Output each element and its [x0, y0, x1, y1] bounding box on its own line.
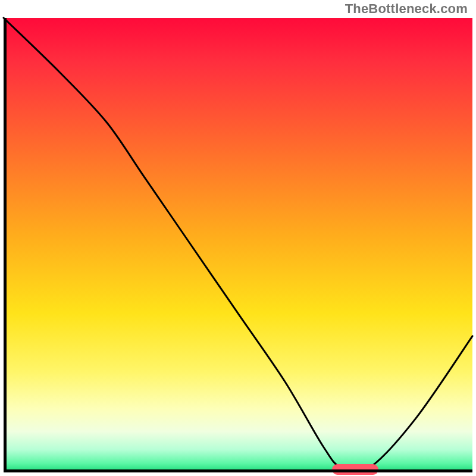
watermark-text: TheBottleneck.com	[345, 1, 468, 17]
bottleneck-curve	[4, 18, 472, 472]
chart-area	[4, 18, 472, 472]
optimal-range-marker	[332, 464, 379, 475]
chart-container: TheBottleneck.com	[0, 0, 476, 476]
